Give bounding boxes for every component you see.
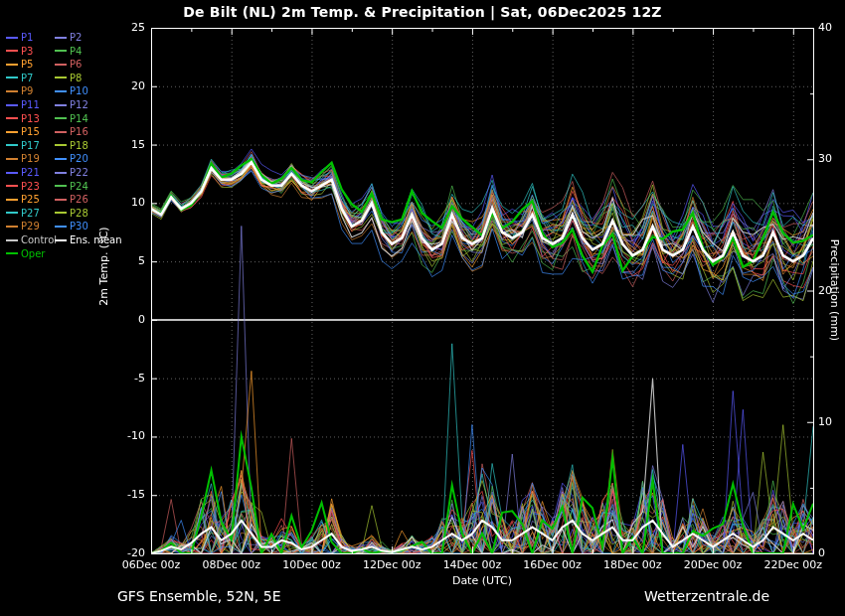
legend-item-p27: P27 <box>6 208 40 219</box>
legend-item-p8: P8 <box>55 73 82 83</box>
legend-line-swatch <box>55 185 67 187</box>
y-left-tick-label: 0 <box>111 313 145 326</box>
legend-item-p22: P22 <box>55 167 88 178</box>
y-left-tick-label: 10 <box>111 196 145 209</box>
legend-item-p9: P9 <box>6 85 33 96</box>
meteogram-canvas <box>0 0 845 616</box>
legend-label: P23 <box>21 181 40 192</box>
legend-item-p18: P18 <box>55 140 88 151</box>
legend-item-p26: P26 <box>55 194 88 205</box>
legend-line-swatch <box>6 77 18 78</box>
legend-line-swatch <box>6 37 18 39</box>
y-left-tick-label: -5 <box>111 372 145 385</box>
legend-line-swatch <box>55 158 67 160</box>
legend-item-control: Control <box>6 234 57 245</box>
footer-site: Wetterzentrale.de <box>644 588 769 604</box>
meteogram-page: De Bilt (NL) 2m Temp. & Precipitation | … <box>0 0 845 616</box>
legend-line-swatch <box>55 239 67 241</box>
legend-item-ens-mean: Ens. mean <box>55 234 122 245</box>
legend-item-p13: P13 <box>6 113 40 124</box>
legend-label: P6 <box>70 59 82 70</box>
legend-label: P5 <box>21 59 33 70</box>
footer-model-info: GFS Ensemble, 52N, 5E <box>117 588 281 604</box>
legend-label: P20 <box>70 153 88 164</box>
legend-label: P2 <box>70 32 82 43</box>
legend-item-p1: P1 <box>6 32 33 43</box>
legend-label: P19 <box>21 153 40 164</box>
legend-label: P9 <box>21 85 33 96</box>
legend-line-swatch <box>55 144 67 146</box>
x-tick-label: 14Dec 00z <box>434 558 510 571</box>
y-right-tick-label: 40 <box>818 21 832 34</box>
legend-label: P13 <box>21 113 40 124</box>
y-axis-label-temp: 2m Temp. (°C) <box>97 227 110 305</box>
y-right-tick-label: 30 <box>818 152 832 165</box>
legend-label: Control <box>21 234 57 245</box>
legend-item-p11: P11 <box>6 99 40 110</box>
legend-item-p21: P21 <box>6 167 40 178</box>
legend-line-swatch <box>55 64 67 66</box>
legend-line-swatch <box>6 252 18 254</box>
legend-item-p6: P6 <box>55 59 82 70</box>
legend-line-swatch <box>6 185 18 187</box>
legend-label: P18 <box>70 140 88 151</box>
x-tick-label: 06Dec 00z <box>113 558 189 571</box>
legend-line-swatch <box>6 158 18 160</box>
y-right-tick-label: 10 <box>818 415 832 428</box>
legend-line-swatch <box>6 172 18 174</box>
chart-title: De Bilt (NL) 2m Temp. & Precipitation | … <box>0 4 845 20</box>
y-left-tick-label: -15 <box>111 488 145 501</box>
legend-line-swatch <box>55 199 67 201</box>
legend-item-p25: P25 <box>6 194 40 205</box>
x-tick-label: 20Dec 00z <box>675 558 751 571</box>
x-tick-label: 08Dec 00z <box>194 558 269 571</box>
legend-label: P3 <box>21 46 33 57</box>
legend-label: P24 <box>70 181 88 192</box>
legend-line-swatch <box>6 50 18 52</box>
legend-item-p3: P3 <box>6 46 33 57</box>
legend-item-p15: P15 <box>6 126 40 137</box>
legend-label: P12 <box>70 99 88 110</box>
legend-label: P14 <box>70 113 88 124</box>
y-left-tick-label: 25 <box>111 21 145 34</box>
legend-line-swatch <box>6 117 18 119</box>
y-right-tick-label: 20 <box>818 284 832 297</box>
legend-line-swatch <box>55 212 67 214</box>
y-left-tick-label: 20 <box>111 79 145 92</box>
legend-label: P11 <box>21 99 40 110</box>
x-tick-label: 18Dec 00z <box>594 558 670 571</box>
x-tick-label: 10Dec 00z <box>273 558 349 571</box>
legend-line-swatch <box>55 172 67 174</box>
legend-item-p5: P5 <box>6 59 33 70</box>
legend-item-p12: P12 <box>55 99 88 110</box>
legend-item-p17: P17 <box>6 140 40 151</box>
legend-label: P30 <box>70 221 88 231</box>
legend-label: P22 <box>70 167 88 178</box>
legend-label: P26 <box>70 194 88 205</box>
legend-label: P4 <box>70 46 82 57</box>
legend-item-p29: P29 <box>6 221 40 231</box>
legend-label: P10 <box>70 85 88 96</box>
y-left-tick-label: 15 <box>111 138 145 151</box>
legend-line-swatch <box>55 131 67 133</box>
legend-line-swatch <box>55 104 67 106</box>
legend-item-p10: P10 <box>55 85 88 96</box>
legend-line-swatch <box>55 117 67 119</box>
legend-line-swatch <box>6 104 18 106</box>
legend-label: Ens. mean <box>70 234 122 245</box>
legend-line-swatch <box>6 64 18 66</box>
y-left-tick-label: -10 <box>111 429 145 442</box>
legend-item-p16: P16 <box>55 126 88 137</box>
legend-item-oper: Oper <box>6 248 45 259</box>
legend-line-swatch <box>55 37 67 39</box>
legend-label: P21 <box>21 167 40 178</box>
legend-item-p4: P4 <box>55 46 82 57</box>
legend-line-swatch <box>6 239 18 241</box>
legend-item-p20: P20 <box>55 153 88 164</box>
x-tick-label: 22Dec 00z <box>756 558 831 571</box>
x-axis-label: Date (UTC) <box>151 574 813 587</box>
legend-label: P27 <box>21 208 40 219</box>
legend-item-p24: P24 <box>55 181 88 192</box>
legend-line-swatch <box>6 212 18 214</box>
legend-label: P17 <box>21 140 40 151</box>
